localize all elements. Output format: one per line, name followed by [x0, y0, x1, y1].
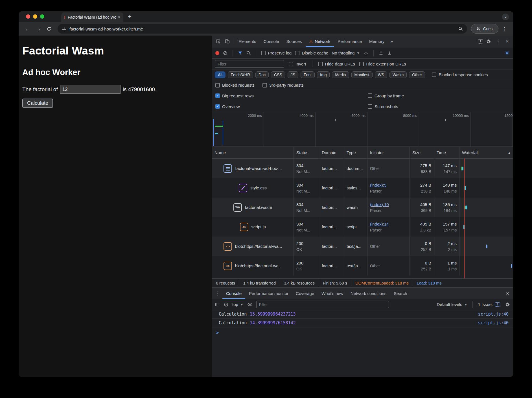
reload-button[interactable] — [44, 24, 54, 34]
filter-chip-doc[interactable]: Doc — [255, 71, 269, 78]
hide-extension-urls-checkbox[interactable]: Hide extension URLs — [359, 62, 406, 66]
checkbox-checked[interactable] — [215, 104, 220, 109]
column-header-size[interactable]: Size — [410, 147, 434, 158]
checkbox-unchecked[interactable] — [295, 51, 299, 55]
issues-counter[interactable]: 1 Issue: 1 — [478, 302, 501, 307]
initiator-link[interactable]: (index):5 — [370, 183, 407, 187]
console-message[interactable]: Calculation 14.399999976158142 script.js… — [212, 319, 513, 327]
network-filter-input[interactable] — [215, 60, 284, 68]
forward-button[interactable]: → — [33, 24, 43, 34]
drawer-tab-whats-new[interactable]: What's new — [318, 288, 347, 299]
checkbox-unchecked[interactable] — [289, 62, 293, 66]
console-message[interactable]: Calculation 15.599999964237213 script.js… — [212, 310, 513, 319]
filter-chip-fetch-xhr[interactable]: Fetch/XHR — [228, 71, 253, 78]
checkbox-unchecked[interactable] — [432, 73, 436, 77]
disable-cache-checkbox[interactable]: Disable cache — [295, 51, 328, 55]
zoom-icon[interactable] — [458, 26, 463, 31]
tab-performance[interactable]: Performance — [334, 36, 365, 47]
filter-funnel-icon[interactable] — [238, 51, 243, 56]
message-source-link[interactable]: script.js:40 — [478, 320, 509, 325]
initiator-link[interactable]: (index):10 — [370, 202, 407, 207]
tab-sources[interactable]: Sources — [283, 36, 306, 47]
close-drawer-icon[interactable]: × — [503, 290, 512, 297]
blocked-requests-checkbox[interactable]: Blocked requests — [215, 83, 255, 88]
minimize-window-button[interactable] — [33, 14, 37, 19]
eye-icon[interactable] — [247, 302, 253, 307]
filter-chip-ws[interactable]: WS — [375, 71, 387, 78]
console-filter-input[interactable] — [256, 301, 389, 308]
browser-menu-icon[interactable]: ⋮ — [500, 26, 509, 32]
column-header-domain[interactable]: Domain — [319, 147, 344, 158]
console-messages-icon[interactable]: 1 — [478, 39, 483, 43]
tab-memory[interactable]: Memory — [365, 36, 388, 47]
tab-network[interactable]: ⚠ Network — [306, 36, 334, 47]
drawer-tab-search[interactable]: Search — [390, 288, 411, 299]
checkbox-unchecked[interactable] — [359, 62, 364, 66]
close-devtools-icon[interactable]: × — [503, 38, 511, 45]
big-request-rows-checkbox[interactable]: Big request rows — [215, 93, 368, 98]
tab-close-icon[interactable]: × — [118, 15, 121, 20]
initiator-link[interactable]: (index):14 — [370, 222, 407, 226]
browser-tab[interactable]: ! Factorial Wasm (ad hoc Work × — [61, 12, 123, 22]
column-header-status[interactable]: Status — [294, 147, 319, 158]
blocked-response-cookies-checkbox[interactable]: Blocked response cookies — [432, 72, 488, 77]
checkbox-unchecked[interactable] — [368, 104, 372, 109]
checkbox-unchecked[interactable] — [261, 51, 266, 55]
column-header-name[interactable]: Name — [212, 147, 294, 158]
device-toolbar-icon[interactable] — [223, 37, 232, 46]
column-header-time[interactable]: Time — [434, 147, 459, 158]
checkbox-unchecked[interactable] — [368, 93, 372, 98]
screenshots-checkbox[interactable]: Screenshots — [368, 104, 510, 109]
filter-chip-css[interactable]: CSS — [271, 71, 285, 78]
filter-chip-img[interactable]: Img — [317, 71, 330, 78]
import-har-icon[interactable] — [378, 51, 384, 56]
clear-console-icon[interactable] — [224, 302, 229, 307]
network-settings-gear-icon[interactable] — [504, 50, 510, 56]
checkbox-unchecked[interactable] — [215, 83, 220, 88]
checkbox-unchecked[interactable] — [318, 62, 323, 66]
console-settings-gear-icon[interactable] — [505, 302, 510, 307]
hide-data-urls-checkbox[interactable]: Hide data URLs — [318, 62, 355, 66]
more-tabs-icon[interactable]: » — [388, 39, 395, 44]
filter-chip-media[interactable]: Media — [332, 71, 349, 78]
search-icon[interactable] — [246, 51, 251, 56]
filter-chip-other[interactable]: Other — [409, 71, 425, 78]
drawer-tab-console[interactable]: Console — [222, 288, 245, 299]
guest-profile-button[interactable]: Guest — [471, 24, 498, 34]
network-overview-timeline[interactable]: 2000 ms 4000 ms 6000 ms 8000 ms 10000 ms… — [212, 112, 513, 147]
table-row[interactable]: style.css 304Not M... factori... styles.… — [212, 178, 513, 198]
filter-chip-all[interactable]: All — [215, 71, 226, 78]
console-prompt-chevron[interactable]: > — [212, 327, 513, 335]
tab-search-chevron-icon[interactable]: ˅ — [502, 14, 509, 20]
filter-chip-js[interactable]: JS — [288, 71, 298, 78]
table-row[interactable]: blob:https://factorial-wa... 200OK facto… — [212, 256, 513, 275]
filter-chip-manifest[interactable]: Manifest — [351, 71, 373, 78]
url-bar[interactable]: factorial-wasm-ad-hoc-worker.glitch.me — [58, 24, 467, 34]
third-party-requests-checkbox[interactable]: 3rd-party requests — [262, 83, 304, 88]
network-conditions-icon[interactable] — [363, 50, 369, 56]
table-row[interactable]: factorial-wasm-ad-hoc-... 304Not M... fa… — [212, 159, 513, 178]
column-header-waterfall[interactable]: Waterfall▲ — [459, 147, 513, 158]
settings-gear-icon[interactable] — [484, 37, 493, 46]
factorial-input[interactable] — [60, 85, 121, 94]
devtools-menu-icon[interactable]: ⋮ — [493, 38, 503, 44]
column-header-type[interactable]: Type — [344, 147, 367, 158]
overview-checkbox[interactable]: Overview — [215, 104, 368, 109]
export-har-icon[interactable] — [387, 51, 392, 56]
close-window-button[interactable] — [26, 14, 30, 19]
table-row[interactable]: script.js 304Not M... factori... script … — [212, 217, 513, 237]
default-levels-dropdown[interactable]: Default levels ▼ — [437, 302, 468, 307]
console-sidebar-icon[interactable] — [215, 302, 220, 307]
group-by-frame-checkbox[interactable]: Group by frame — [368, 93, 510, 98]
drawer-tab-network-conditions[interactable]: Network conditions — [347, 288, 390, 299]
invert-checkbox[interactable]: Invert — [289, 62, 306, 66]
table-row[interactable]: factorial.wasm 304Not M... factori... wa… — [212, 198, 513, 217]
inspect-element-icon[interactable] — [214, 37, 223, 46]
maximize-window-button[interactable] — [40, 14, 44, 19]
tab-console[interactable]: Console — [260, 36, 283, 47]
drawer-tab-performance-monitor[interactable]: Performance monitor — [245, 288, 292, 299]
site-settings-icon[interactable] — [62, 26, 67, 31]
drawer-tab-coverage[interactable]: Coverage — [292, 288, 318, 299]
filter-chip-font[interactable]: Font — [301, 71, 315, 78]
table-row[interactable]: blob:https://factorial-wa... 200OK facto… — [212, 237, 513, 256]
